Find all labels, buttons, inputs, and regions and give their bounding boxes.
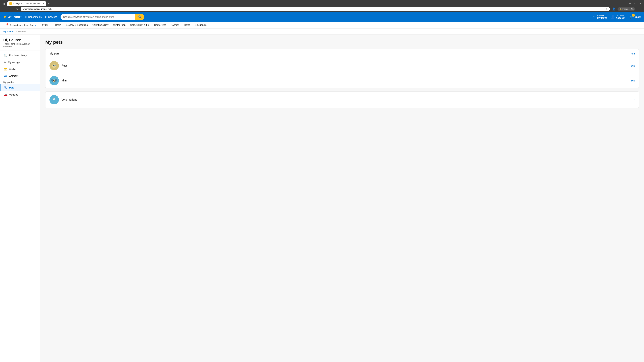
pet-name-puss: Puss xyxy=(62,64,631,67)
pets-card-header: My pets Add xyxy=(46,49,639,58)
pet-avatar-mimi xyxy=(50,76,59,85)
edit-mimi-link[interactable]: Edit xyxy=(631,79,635,82)
services-icon: ⊕ xyxy=(45,15,48,19)
services-label: Services xyxy=(48,15,57,18)
pets-card-title: My pets xyxy=(50,52,60,55)
forward-button[interactable]: → xyxy=(9,7,14,11)
tab-close-button[interactable]: ✕ xyxy=(43,2,44,5)
account-icon: 👤 xyxy=(611,15,615,19)
sidebar-item-pets[interactable]: 🐾 Pets xyxy=(0,84,40,91)
dog-avatar-svg xyxy=(50,77,58,84)
sidebar-item-wallet[interactable]: 💳 Wallet xyxy=(0,66,40,73)
nav-link-winter-prep[interactable]: Winter Prep xyxy=(111,22,128,28)
page-content: Hi, Lauren Thanks for being a Walmart cu… xyxy=(0,34,644,362)
nav-link-valentines[interactable]: Valentine's Day xyxy=(90,22,111,28)
breadcrumb-home-link[interactable]: My account xyxy=(3,30,14,33)
bookmark-star-icon[interactable]: ☆ xyxy=(606,8,608,10)
account-text-group: Hi, Lauren D Account xyxy=(616,14,626,19)
cart-action[interactable]: 🛒 0 $0.00 xyxy=(630,15,641,19)
cat-avatar-svg xyxy=(50,62,58,69)
sub-nav-links: Deals Grocery & Essentials Valentine's D… xyxy=(51,22,641,28)
tab-switcher[interactable]: ◀▶ xyxy=(1,2,7,6)
browser-tabs: ◀▶ ⚡ Manage Account - Pet hub - W... ✕ +… xyxy=(1,1,643,6)
nav-link-grocery[interactable]: Grocery & Essentials xyxy=(64,22,90,28)
tab-favicon: ⚡ xyxy=(10,2,12,5)
sidebar-greeting-name: Hi, Lauren xyxy=(3,38,37,42)
sidebar-item-my-savings[interactable]: ✂ My savings xyxy=(0,59,40,66)
logo-text: walmart xyxy=(8,15,22,19)
vet-chevron-icon[interactable]: › xyxy=(634,98,635,102)
walmart-header: ✷ walmart ⊞ Departments ⊕ Services 🔍 ♡ R… xyxy=(0,12,644,22)
incognito-icon: 🕵 xyxy=(619,8,622,10)
refresh-button[interactable]: ↻ xyxy=(15,7,19,11)
url-text: walmart.com/account/pet-hub xyxy=(23,8,604,10)
sidebar-profile-section-label: My profile xyxy=(0,79,40,84)
vet-row: 🩺 Veterinarians › xyxy=(46,92,639,108)
back-button[interactable]: ← xyxy=(3,7,8,11)
search-input[interactable] xyxy=(60,14,135,20)
tab-label: Manage Account - Pet hub - W... xyxy=(13,2,42,5)
cart-icon-wrap: 🛒 0 xyxy=(630,15,634,19)
svg-point-1 xyxy=(52,64,56,68)
add-pet-link[interactable]: Add xyxy=(630,52,635,55)
search-button[interactable]: 🔍 xyxy=(135,14,144,20)
sidebar-greeting-subtitle: Thanks for being a Walmart customer xyxy=(3,42,37,48)
edit-puss-link[interactable]: Edit xyxy=(631,64,635,67)
nav-link-cold-cough[interactable]: Cold, Cough & Flu xyxy=(128,22,152,28)
main-content: My pets My pets Add xyxy=(40,34,644,362)
svg-point-15 xyxy=(53,80,53,80)
nav-link-home[interactable]: Home xyxy=(182,22,192,28)
cart-total: $0.00 xyxy=(635,15,641,18)
page-title: My pets xyxy=(45,39,639,45)
pet-row-mimi: Mimi Edit xyxy=(46,73,639,88)
departments-icon: ⊞ xyxy=(25,15,28,19)
sidebar-item-purchase-history[interactable]: 🕐 Purchase history xyxy=(0,52,40,59)
address-bar[interactable]: walmart.com/account/pet-hub ☆ xyxy=(21,7,610,11)
sidebar-item-vehicles[interactable]: 🚗 Vehicles xyxy=(0,91,40,98)
minimize-button[interactable]: ─ xyxy=(628,1,632,6)
departments-label: Departments xyxy=(28,15,42,18)
incognito-badge[interactable]: 🕵 Incognito (3) xyxy=(618,7,635,11)
breadcrumb-separator: / xyxy=(16,30,17,33)
account-action[interactable]: 👤 Hi, Lauren D Account xyxy=(611,14,626,19)
services-nav[interactable]: ⊕ Services xyxy=(45,15,57,19)
close-button[interactable]: ✕ xyxy=(638,1,643,6)
vet-title: Veterinarians xyxy=(62,98,634,101)
nav-link-game-time[interactable]: Game Time xyxy=(152,22,168,28)
reorder-label: Reorder xyxy=(597,14,607,16)
incognito-label: Incognito (3) xyxy=(622,8,634,10)
profile-icon-button[interactable]: 👤 xyxy=(611,7,616,11)
cart-count-badge: 0 xyxy=(632,14,635,16)
sidebar-item-walmart-plus[interactable]: W+ Walmart+ xyxy=(0,73,40,79)
svg-point-14 xyxy=(55,80,56,81)
zip-code: 07094 xyxy=(42,24,48,26)
walmart-plus-icon: W+ xyxy=(4,75,7,77)
pet-row-puss: Puss Edit xyxy=(46,58,639,73)
departments-nav[interactable]: ⊞ Departments xyxy=(25,15,42,19)
search-icon: 🔍 xyxy=(138,15,142,18)
sidebar-item-label: Vehicles xyxy=(9,93,18,96)
walmart-logo[interactable]: ✷ walmart xyxy=(3,14,22,19)
svg-point-6 xyxy=(54,66,54,66)
sidebar-item-label: My savings xyxy=(8,61,20,64)
wishlist-action[interactable]: ♡ Reorder My Items xyxy=(593,14,607,19)
nav-link-deals[interactable]: Deals xyxy=(53,22,64,28)
new-tab-button[interactable]: + xyxy=(46,1,51,6)
nav-link-fashion[interactable]: Fashion xyxy=(168,22,182,28)
heart-icon: ♡ xyxy=(593,15,596,19)
vet-card: 🩺 Veterinarians › xyxy=(45,91,639,108)
pet-avatar-puss xyxy=(50,61,59,70)
svg-point-17 xyxy=(54,81,55,82)
pickup-icon: 📍 xyxy=(5,23,9,27)
browser-chrome: ◀▶ ⚡ Manage Account - Pet hub - W... ✕ +… xyxy=(0,0,644,12)
pets-card: My pets Add xyxy=(45,49,639,88)
maximize-button[interactable]: □ xyxy=(633,1,638,6)
nav-link-electronics[interactable]: Electronics xyxy=(193,22,209,28)
wallet-icon: 💳 xyxy=(4,67,8,71)
toolbar-actions: 👤 🕵 Incognito (3) ⋮ xyxy=(611,7,641,11)
active-tab[interactable]: ⚡ Manage Account - Pet hub - W... ✕ xyxy=(8,1,46,6)
svg-point-4 xyxy=(53,65,54,66)
spark-icon: ✷ xyxy=(3,14,7,19)
pickup-selector[interactable]: 📍 Pickup today, 9pm-10pm ▾ | 07094 xyxy=(3,22,50,28)
menu-button[interactable]: ⋮ xyxy=(636,7,641,11)
